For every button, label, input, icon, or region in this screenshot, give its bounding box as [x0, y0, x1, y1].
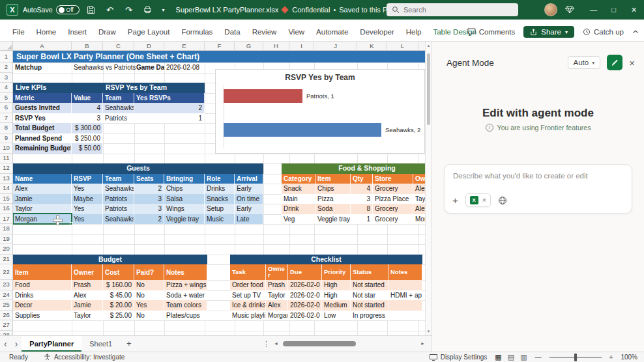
cell[interactable]: Plates/cups	[164, 311, 207, 321]
add-sheet-button[interactable]: +	[120, 336, 138, 352]
cell[interactable]: 4	[351, 184, 373, 194]
row-header-12[interactable]: 12	[0, 163, 12, 174]
zoom-slider[interactable]	[549, 357, 602, 358]
cell[interactable]: Veggie tray	[164, 214, 205, 225]
zoom-slider-thumb[interactable]	[574, 354, 577, 361]
cell[interactable]: Soda	[315, 204, 351, 214]
cell[interactable]: Patriots	[103, 204, 134, 214]
cell[interactable]: Pizza Place	[373, 194, 413, 204]
cell[interactable]: $ 45.00	[103, 290, 134, 301]
column-label[interactable]: Notes	[388, 264, 422, 280]
cell[interactable]: Snacks	[205, 194, 235, 204]
cell[interactable]: No	[134, 290, 164, 301]
print-button[interactable]	[141, 2, 155, 18]
cell[interactable]	[388, 280, 422, 290]
cell[interactable]: 2	[134, 103, 205, 113]
cell[interactable]: Setup	[205, 204, 235, 214]
row-header-7[interactable]: 7	[0, 113, 12, 124]
minimize-button[interactable]: —	[583, 0, 604, 20]
ribbon-tab-review[interactable]: Review	[246, 25, 283, 39]
column-label[interactable]: RSVP	[72, 174, 103, 184]
column-header-K[interactable]: K	[357, 42, 387, 51]
cell[interactable]: Chips	[315, 184, 351, 194]
ribbon-tab-automate[interactable]: Automate	[310, 25, 354, 39]
column-header-G[interactable]: G	[235, 42, 263, 51]
cell[interactable]: Yes	[72, 204, 103, 214]
row-header-21[interactable]: 21	[0, 255, 12, 265]
cell[interactable]: $ 300.00	[72, 123, 103, 133]
column-header-H[interactable]: H	[263, 42, 289, 51]
cell[interactable]	[388, 300, 422, 311]
row-header-4[interactable]: 4	[0, 83, 12, 93]
row-header-20[interactable]: 20	[0, 244, 12, 255]
comments-button[interactable]: Comments	[467, 28, 516, 36]
cell[interactable]: Not started	[351, 300, 388, 311]
cell[interactable]: Music	[205, 214, 235, 225]
table-header-food[interactable]: Food & Shopping	[282, 163, 425, 174]
row-header-24[interactable]: 24	[0, 290, 12, 301]
ribbon-tab-view[interactable]: View	[282, 25, 310, 39]
hscroll-left-icon[interactable]: ◄	[274, 341, 278, 346]
column-label[interactable]: Metric	[13, 93, 72, 104]
cell[interactable]: Pizza + wings	[164, 280, 207, 290]
column-label[interactable]: Owner	[72, 264, 103, 280]
cell[interactable]: Grocery	[373, 204, 413, 214]
row-header-25[interactable]: 25	[0, 300, 12, 311]
column-label[interactable]: Category	[282, 174, 315, 184]
cell[interactable]: Early	[235, 204, 263, 214]
cell[interactable]: 2026-02-0	[288, 311, 322, 321]
cell[interactable]: Yes	[134, 300, 164, 311]
cell[interactable]: Wings	[164, 204, 205, 214]
cell[interactable]: Order food	[230, 280, 266, 290]
game-date-label-cell[interactable]: Game Date	[136, 63, 164, 73]
ribbon-tab-developer[interactable]: Developer	[354, 25, 400, 39]
cell[interactable]: 2	[134, 214, 164, 225]
cell[interactable]: Taylor	[413, 194, 425, 204]
row-header-6[interactable]: 6	[0, 103, 12, 113]
table-header-guests[interactable]: Guests	[13, 163, 263, 174]
maximize-button[interactable]: □	[604, 0, 624, 20]
ribbon-tab-page-layout[interactable]: Page Layout	[122, 25, 176, 39]
cell[interactable]: No	[134, 280, 164, 290]
cell[interactable]: Low	[322, 311, 351, 321]
column-label[interactable]: Value	[72, 93, 103, 104]
rsvp-chart[interactable]: RSVP Yes by Team Patriots, 1Seahawks, 2	[215, 69, 425, 154]
cell[interactable]: Morgan	[266, 311, 288, 321]
cell[interactable]: $ 25.00	[103, 311, 134, 321]
cell[interactable]: Maybe	[72, 194, 103, 204]
cell[interactable]: Yes	[72, 184, 103, 194]
search-input[interactable]	[403, 6, 501, 14]
new-chat-button[interactable]	[607, 55, 622, 70]
cell[interactable]: Team colors	[164, 300, 207, 311]
row-header-11[interactable]: 11	[0, 154, 12, 164]
avatar[interactable]	[544, 3, 557, 16]
ribbon-tab-file[interactable]: File	[7, 25, 31, 39]
column-header-D[interactable]: D	[134, 42, 164, 51]
column-header-L[interactable]: L	[387, 42, 418, 51]
autosave-switch[interactable]: Off	[56, 5, 80, 14]
cell[interactable]: Jamie	[72, 300, 103, 311]
horizontal-scroll-thumb[interactable]	[283, 341, 356, 346]
collapse-ribbon-icon[interactable]	[632, 28, 639, 36]
zoom-in-icon[interactable]: +	[609, 354, 613, 361]
row-header-17[interactable]: 17	[0, 214, 12, 225]
column-label[interactable]: Priority	[322, 264, 351, 280]
hscroll-right-icon[interactable]: ►	[420, 341, 425, 346]
cell[interactable]: Supplies	[13, 311, 72, 321]
cell[interactable]: Veggie tray	[315, 214, 351, 225]
row-header-14[interactable]: 14	[0, 184, 12, 194]
vertical-scroll-thumb[interactable]	[427, 53, 430, 125]
cell[interactable]: 3	[72, 113, 103, 124]
column-label[interactable]: Store	[373, 174, 413, 184]
column-header-J[interactable]: J	[314, 42, 357, 51]
vertical-scrollbar[interactable]: ▲ ▼	[425, 42, 432, 335]
table-header-kpi[interactable]: Live KPIs	[13, 83, 103, 93]
cell[interactable]: Pizza	[315, 194, 351, 204]
cell[interactable]: Soda + water	[164, 290, 207, 301]
premium-gem-icon[interactable]	[565, 6, 574, 14]
column-header-A[interactable]: A	[13, 42, 72, 51]
cell[interactable]: Planned Spend	[13, 133, 72, 144]
column-label[interactable]: Notes	[164, 264, 207, 280]
cell[interactable]: Veg	[282, 214, 315, 225]
column-header-I[interactable]: I	[289, 42, 314, 51]
